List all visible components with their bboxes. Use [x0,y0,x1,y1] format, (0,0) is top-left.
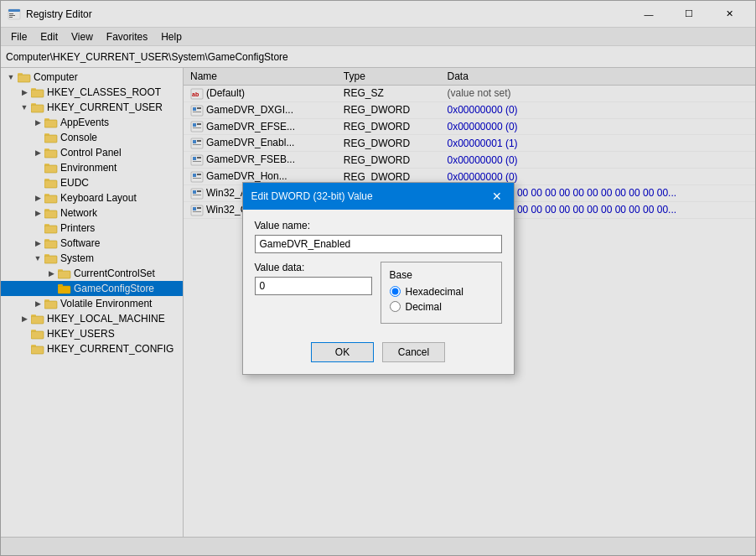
dialog-value-row: Value data: Base Hexadecimal Decimal [255,262,502,324]
dialog-overlay: Edit DWORD (32-bit) Value ✕ Value name: … [1,1,755,555]
ok-button[interactable]: OK [311,342,374,362]
radio-hex-label: Hexadecimal [406,286,463,298]
radio-hex-input[interactable] [390,286,401,297]
dialog-close-button[interactable]: ✕ [489,188,505,205]
radio-dec-input[interactable] [390,301,401,312]
radio-decimal[interactable]: Decimal [390,301,493,313]
value-data-input[interactable] [255,277,372,295]
value-name-label: Value name: [255,220,502,231]
value-data-label: Value data: [255,262,372,273]
radio-hexadecimal[interactable]: Hexadecimal [390,286,493,298]
cancel-button[interactable]: Cancel [382,342,445,362]
edit-dword-dialog: Edit DWORD (32-bit) Value ✕ Value name: … [242,182,515,375]
dialog-value-box: Value data: [255,262,372,324]
dialog-footer: OK Cancel [243,334,514,374]
dialog-title: Edit DWORD (32-bit) Value [251,190,373,202]
dialog-body: Value name: Value data: Base Hexadecimal [243,210,514,334]
value-name-input[interactable] [255,235,502,253]
dialog-title-bar: Edit DWORD (32-bit) Value ✕ [243,183,514,210]
dialog-base-box: Base Hexadecimal Decimal [381,262,502,324]
radio-dec-label: Decimal [406,301,442,313]
base-label: Base [390,269,493,281]
